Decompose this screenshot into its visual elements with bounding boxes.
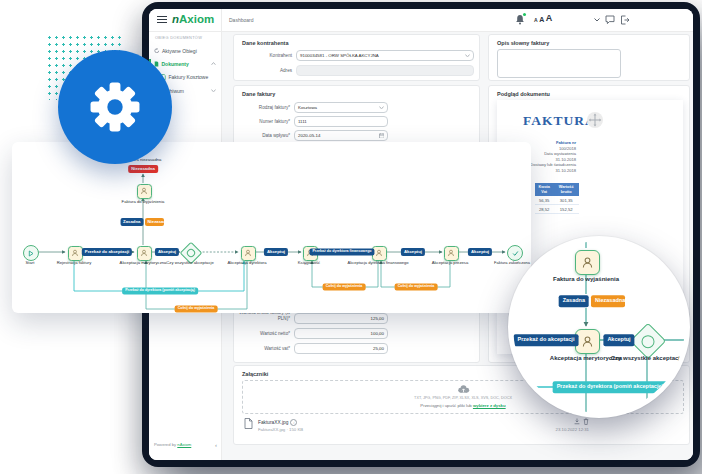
move-icon[interactable]: [587, 112, 603, 128]
badge-przekaz-dyr-finansowego: Przekaż do dyrektora finansowego: [309, 248, 374, 255]
gear-icon: [86, 78, 144, 136]
badge-zasadna-zoom: Zasadna: [559, 295, 589, 307]
sidebar-item-label: Aktywne Obiegi: [162, 48, 197, 54]
file-icon: [244, 418, 253, 429]
user-icon: [375, 249, 383, 257]
end-event-node: [507, 245, 523, 261]
user-icon: [71, 249, 79, 257]
chevron-down-icon[interactable]: [211, 89, 216, 93]
trash-icon[interactable]: [583, 418, 589, 425]
panel-opis-faktury: Opis słowny faktury: [488, 34, 690, 81]
task-wyjasnienie: [137, 184, 152, 199]
node-label-start: Start: [26, 260, 35, 265]
topbar-divider: [221, 9, 222, 31]
refresh-icon: [154, 48, 160, 54]
font-large[interactable]: A: [546, 13, 553, 23]
rodzaj-faktury-select[interactable]: Kosztowa: [294, 102, 388, 113]
wartosc-netto-label: Wartość netto*: [234, 331, 290, 337]
task-wyjasnienie-zoom: [575, 250, 600, 275]
check-icon: [512, 250, 519, 257]
chat-icon[interactable]: [605, 15, 615, 25]
node-label-wyjasnienie-zoom: Faktura do wyjaśnienia: [553, 276, 619, 282]
gateway-circle: [639, 332, 657, 350]
badge-akceptuj: Akceptuj: [264, 248, 288, 256]
node-label-gateway: Czy wszystkie akceptacje: [166, 260, 213, 265]
badge-pomin-zoom: Przekaż do dyrektora (pomiń akceptację): [553, 381, 668, 393]
rodzaj-faktury-label: Rodzaj faktury*: [234, 105, 290, 111]
chevron-down-icon: [379, 106, 384, 110]
task-rejestracja: [68, 246, 83, 261]
node-label-gateway-zoom: Czy wszystkie akceptacje: [611, 355, 684, 361]
magnifier-circle: Faktura do wyjaśnienia Zasadna Niezasadn…: [508, 236, 690, 418]
chevron-down-icon[interactable]: [594, 18, 600, 22]
user-icon: [244, 249, 252, 257]
download-icon[interactable]: [574, 418, 580, 425]
user-icon: [581, 256, 594, 269]
font-size-controls[interactable]: A A A: [534, 13, 552, 23]
numer-faktury-input[interactable]: 1111: [294, 116, 388, 127]
breadcrumb: Dashboard: [229, 17, 253, 23]
cloud-upload-icon: [457, 384, 470, 394]
panel-title: Opis słowny faktury: [497, 40, 549, 46]
kontrahent-select[interactable]: 9100034581 - ORW SPÓŁKA AKCYJNA: [296, 50, 474, 61]
wartosc-netto-value: 100,00: [371, 331, 384, 336]
panel-dane-kontrahenta: Dane kontrahenta Kontrahent 9100034581 -…: [233, 34, 480, 81]
user-icon: [140, 187, 148, 195]
kontrahent-value: 9100034581 - ORW SPÓŁKA AKCYJNA: [300, 53, 379, 58]
wartosc-brutto-input[interactable]: 125,00: [294, 313, 388, 324]
powered-by-link[interactable]: nAxiom: [177, 442, 191, 447]
kontrahent-label: Kontrahent: [234, 53, 292, 59]
data-wplywu-value: 2020-05-14: [298, 133, 320, 138]
table-row: 56,35 301,35: [535, 196, 579, 205]
task-prezes: [444, 246, 459, 261]
panel-title: Podgląd dokumentu: [497, 91, 550, 97]
node-label-dyrektor-finansowy: Akceptacja dyrektora finansowego: [348, 260, 409, 265]
chevron-down-icon: [465, 54, 470, 58]
info-icon[interactable]: i: [290, 419, 297, 426]
badge-cofnij: Cofnij do wyjaśnienia: [175, 305, 218, 312]
node-label-wyjasnienie: Faktura do wyjaśnienia: [122, 199, 165, 204]
workflow-connectors: [12, 142, 531, 313]
invoice-cell: 28,52: [535, 205, 553, 214]
hamburger-menu-icon[interactable]: [157, 16, 167, 24]
font-medium[interactable]: A: [539, 16, 544, 23]
task-merytoryczna: [137, 246, 152, 261]
wartosc-netto-input[interactable]: 100,00: [294, 328, 388, 339]
attachment-date: 23.10.2022 12:31: [556, 427, 589, 432]
opis-textarea[interactable]: [497, 49, 621, 78]
badge-pomin-akceptacje: Przekaż do dyrektora (pomiń akceptację): [122, 287, 198, 294]
wartosc-vat-value: 25,00: [373, 346, 384, 351]
upload-text: Przeciągnij i upuść pliki lub: [420, 403, 471, 408]
numer-faktury-value: 1111: [298, 119, 307, 124]
invoice-table: Kwota Vat Wartość brutto 56,35 301,35 28…: [535, 183, 579, 214]
sidebar-item-label: Dokumenty: [162, 61, 189, 67]
node-label-dyrektor: Akceptacja dyrektora: [227, 260, 266, 265]
logo-n: n: [172, 13, 179, 25]
invoice-cell: 56,35: [535, 196, 553, 205]
user-icon: [140, 249, 148, 257]
node-label-rejestracja: Rejestracja faktury: [57, 260, 92, 265]
chevron-up-icon[interactable]: [211, 62, 216, 66]
panel-title: Dane kontrahenta: [242, 40, 288, 46]
badge-akceptuj: Akceptuj: [468, 248, 492, 256]
wartosc-vat-input[interactable]: 25,00: [294, 343, 388, 354]
data-wplywu-input[interactable]: 2020-05-14: [294, 130, 388, 141]
node-label-zakonczona: Faktura zakończona: [494, 260, 530, 265]
invoice-cell: 301,35: [553, 196, 579, 205]
badge-akceptuj-zoom: Akceptuj: [603, 334, 634, 346]
node-label-ksiegowosc: Księgowość: [298, 260, 320, 265]
upload-browse-link[interactable]: wybierz z dysku: [473, 403, 506, 408]
logout-icon[interactable]: [620, 15, 630, 25]
invoice-cell: 152,52: [553, 205, 579, 214]
badge-niezasadna-zoom: Niezasadna: [591, 295, 625, 307]
attachment-filename: FakturaXX.jpg: [258, 420, 288, 425]
sidebar-collapse-icon[interactable]: ‹: [215, 442, 217, 448]
font-small[interactable]: A: [534, 17, 538, 23]
attachment-name[interactable]: FakturaXX.jpg i: [258, 419, 297, 426]
adres-field[interactable]: [296, 65, 474, 76]
screenshot-canvas: nAxiom Dashboard A A A: [0, 0, 702, 474]
sidebar-item-dokumenty[interactable]: Dokumenty: [149, 58, 221, 69]
sidebar-item-aktywne-obiegi[interactable]: Aktywne Obiegi: [149, 45, 221, 56]
user-icon: [447, 249, 455, 257]
node-label-merytoryczna: Akceptacja merytoryczna: [120, 260, 167, 265]
